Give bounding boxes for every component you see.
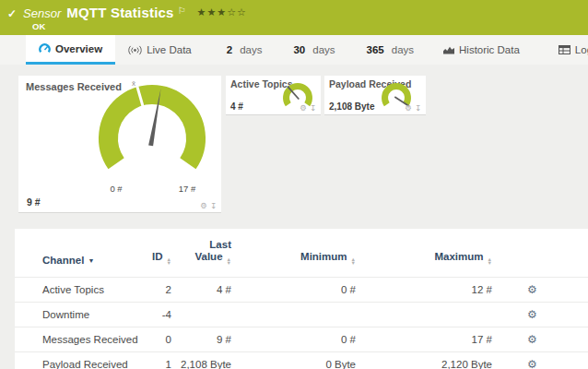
object-kind-label: Sensor xyxy=(23,6,61,20)
status-badge: OK xyxy=(32,21,45,31)
channel-table-card: Channel▼ ID▲▼ Last Value▲▼ Minimum▲▼ Max… xyxy=(15,229,588,369)
gauge-average-label: x̄ xyxy=(132,79,135,88)
cell-channel: Active Topics xyxy=(15,277,144,302)
gauge-pin-icon[interactable]: ↧ xyxy=(310,104,316,113)
status-ok-check-icon: ✓ xyxy=(7,7,17,20)
gauge-settings-gear-icon[interactable]: ⚙ xyxy=(200,202,207,210)
col-header-maximum[interactable]: Maximum▲▼ xyxy=(356,229,492,277)
sort-icon: ▲▼ xyxy=(351,257,356,266)
col-header-last-value[interactable]: Last Value▲▼ xyxy=(171,229,231,277)
col-header-minimum[interactable]: Minimum▲▼ xyxy=(231,229,356,277)
gauge-settings-gear-icon[interactable]: ⚙ xyxy=(405,104,412,113)
gauge-current-value: 2,108 Byte xyxy=(329,101,374,112)
cell-id: -4 xyxy=(144,302,171,327)
tab-365-days[interactable]: 365days xyxy=(358,35,423,65)
cell-id: 1 xyxy=(144,351,171,369)
cell-last-value xyxy=(171,302,231,327)
cell-last-value: 2,108 Byte xyxy=(171,351,231,369)
live-signal-icon xyxy=(128,45,142,55)
channel-table: Channel▼ ID▲▼ Last Value▲▼ Minimum▲▼ Max… xyxy=(15,229,588,369)
cell-maximum xyxy=(356,302,492,327)
tab-live-data[interactable]: Live Data xyxy=(119,35,201,65)
gauge-tile-payload-received[interactable]: Payload Received 2,108 Byte ⚙ ↧ xyxy=(324,76,426,115)
gauge-arc xyxy=(385,87,408,105)
edit-channel-icon[interactable]: ⚙ xyxy=(527,333,537,346)
prtg-sensor-page: ✓ Sensor MQTT Statistics ⚐ ★★★☆☆ OK Over… xyxy=(0,0,588,369)
gauge-settings-gear-icon[interactable]: ⚙ xyxy=(300,104,307,113)
col-header-id[interactable]: ID▲▼ xyxy=(144,229,171,277)
sort-icon: ▲▼ xyxy=(227,257,231,266)
cell-id: 0 xyxy=(144,327,171,351)
gauge-current-value: 9 # xyxy=(27,196,41,208)
edit-channel-icon[interactable]: ⚙ xyxy=(527,283,537,296)
gauge-pin-icon[interactable]: ↧ xyxy=(210,202,217,210)
gauge-tile-messages-received[interactable]: Messages Received x̄ 0 # 17 # 9 # ⚙ ↧ xyxy=(18,76,221,213)
gauge-icon xyxy=(39,42,51,54)
sensor-header: ✓ Sensor MQTT Statistics ⚐ ★★★☆☆ OK xyxy=(0,0,588,35)
tab-overview[interactable]: Overview xyxy=(26,35,115,65)
cell-minimum xyxy=(231,302,356,327)
gauge-current-value: 4 # xyxy=(230,101,243,112)
sort-icon: ▲▼ xyxy=(488,257,492,266)
cell-channel: Payload Received xyxy=(15,351,144,369)
tab-log[interactable]: Log xyxy=(549,35,588,65)
gauge-pin-icon[interactable]: ↧ xyxy=(415,104,421,113)
edit-channel-icon[interactable]: ⚙ xyxy=(527,308,537,321)
cell-minimum: 0 # xyxy=(231,327,356,351)
messages-received-gauge: x̄ 0 # 17 # xyxy=(18,77,221,199)
edit-channel-icon[interactable]: ⚙ xyxy=(527,358,537,369)
priority-stars[interactable]: ★★★☆☆ xyxy=(197,6,247,18)
cell-maximum: 2,120 Byte xyxy=(356,351,492,369)
table-row: Downtime -4 ⚙ xyxy=(15,302,588,327)
log-list-icon xyxy=(559,45,570,54)
table-row: Payload Received 1 2,108 Byte 0 Byte 2,1… xyxy=(15,351,588,369)
cell-last-value: 9 # xyxy=(171,327,231,351)
tab-historic-data[interactable]: Historic Data xyxy=(434,35,529,65)
cell-minimum: 0 # xyxy=(231,277,356,302)
tab-bar: Overview Live Data 2days 30days 365days … xyxy=(0,35,588,65)
historic-chart-icon xyxy=(443,45,454,54)
gauge-tile-active-topics[interactable]: Active Topics 4 # ⚙ ↧ xyxy=(226,76,321,115)
cell-channel: Messages Received xyxy=(15,327,144,351)
table-header-row: Channel▼ ID▲▼ Last Value▲▼ Minimum▲▼ Max… xyxy=(15,229,588,277)
col-header-channel[interactable]: Channel▼ xyxy=(15,229,144,277)
tab-30-days[interactable]: 30days xyxy=(284,35,344,65)
cell-maximum: 17 # xyxy=(356,327,492,351)
cell-maximum: 12 # xyxy=(356,277,492,302)
tab-2-days[interactable]: 2days xyxy=(218,35,272,65)
cell-id: 2 xyxy=(144,277,171,302)
sort-icon: ▲▼ xyxy=(167,257,171,266)
sorted-desc-icon: ▼ xyxy=(88,257,94,264)
gauge-max-label: 17 # xyxy=(179,184,196,194)
gauge-min-label: 0 # xyxy=(110,184,123,194)
page-title: MQTT Statistics xyxy=(66,5,173,20)
col-header-actions xyxy=(492,229,588,277)
cell-channel: Downtime xyxy=(15,302,144,327)
cell-minimum: 0 Byte xyxy=(231,351,356,369)
table-row: Active Topics 2 4 # 0 # 12 # ⚙ xyxy=(15,277,588,302)
table-row: Messages Received 0 9 # 0 # 17 # ⚙ xyxy=(15,327,588,351)
cell-last-value: 4 # xyxy=(171,277,231,302)
flag-icon[interactable]: ⚐ xyxy=(178,6,186,16)
